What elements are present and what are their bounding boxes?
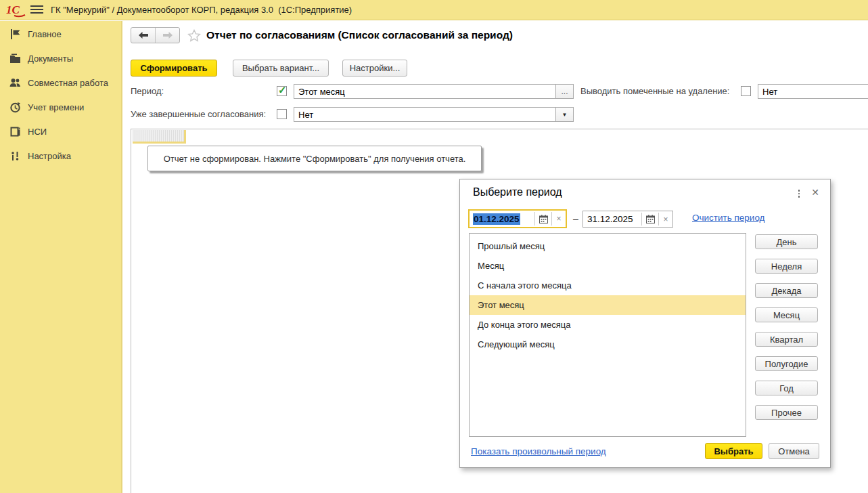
calendar-icon	[539, 215, 548, 223]
period-day-button[interactable]: День	[755, 234, 818, 249]
back-arrow-icon	[139, 32, 148, 39]
report-tab-accent-bottom	[133, 142, 186, 144]
sidebar-item-settings[interactable]: Настройка	[0, 144, 121, 168]
period-year-button[interactable]: Год	[755, 381, 818, 395]
back-button[interactable]	[131, 28, 156, 43]
clear-period-link[interactable]: Очистить период	[692, 213, 764, 223]
period-halfyear-button[interactable]: Полугодие	[755, 356, 818, 371]
page-title: Отчет по согласованиям (Список согласова…	[206, 27, 513, 43]
report-message: Отчет не сформирован. Нажмите "Сформиров…	[147, 146, 482, 171]
date-to-input[interactable]: 31.12.2025	[583, 211, 641, 227]
sidebar: Главное Документы Совместная работа Учет…	[0, 21, 122, 493]
cancel-button[interactable]: Отмена	[769, 443, 819, 459]
report-area-border-top	[131, 129, 868, 129]
window-title: ГК "Меркурий" / Документооборот КОРП, ре…	[51, 0, 352, 20]
completed-label: Уже завершенные согласования:	[131, 107, 266, 122]
dialog-title: Выберите период	[473, 186, 562, 198]
period-options-list: Прошлый месяц Месяц С начала этого месяц…	[469, 233, 746, 437]
date-from-clear-icon[interactable]: ×	[552, 211, 566, 227]
sidebar-item-label: Главное	[28, 29, 62, 39]
date-to-clear-icon[interactable]: ×	[659, 211, 672, 227]
flag-icon	[9, 28, 21, 40]
sliders-icon	[9, 150, 21, 162]
sidebar-item-time-tracking[interactable]: Учет времени	[0, 95, 121, 119]
period-week-button[interactable]: Неделя	[755, 259, 818, 274]
folder-icon	[9, 53, 21, 64]
period-checkbox[interactable]: ✓	[277, 86, 287, 96]
list-item[interactable]: До конца этого месяца	[470, 315, 746, 335]
forward-arrow-icon	[163, 32, 173, 39]
sidebar-item-label: Настройка	[28, 151, 71, 161]
select-button[interactable]: Выбрать	[705, 443, 762, 459]
settings-button[interactable]: Настройки...	[342, 60, 407, 77]
completed-input[interactable]: Нет	[294, 107, 556, 122]
sidebar-item-main[interactable]: Главное	[0, 22, 121, 46]
people-icon	[9, 77, 21, 89]
period-input[interactable]: Этот месяц	[294, 84, 556, 99]
period-more-button[interactable]: ...	[555, 84, 574, 99]
sidebar-item-label: НСИ	[28, 127, 47, 137]
period-label: Период:	[131, 84, 164, 99]
sidebar-item-label: Документы	[28, 53, 73, 64]
show-custom-period-link[interactable]: Показать произвольный период	[471, 446, 606, 456]
list-item-selected[interactable]: Этот месяц	[470, 295, 746, 315]
date-range-dash: –	[569, 209, 583, 228]
generate-button[interactable]: Сформировать	[131, 60, 217, 77]
list-item[interactable]: Месяц	[470, 256, 746, 276]
show-deleted-checkbox[interactable]	[741, 86, 751, 96]
sidebar-item-label: Учет времени	[28, 102, 84, 112]
clock-icon	[9, 102, 21, 113]
main-menu-icon[interactable]	[30, 5, 43, 15]
title-bar: 1С ГК "Меркурий" / Документооборот КОРП,…	[0, 0, 868, 20]
forward-button[interactable]	[156, 28, 179, 43]
date-from-field: 01.12.2025 ×	[468, 209, 567, 228]
app-window: 1С ГК "Меркурий" / Документооборот КОРП,…	[0, 0, 868, 493]
date-from-value: 01.12.2025	[473, 213, 520, 225]
report-area-border-left	[131, 129, 131, 493]
choose-variant-button[interactable]: Выбрать вариант...	[233, 60, 329, 77]
1c-logo-icon: 1С	[6, 3, 26, 18]
sidebar-item-documents[interactable]: Документы	[0, 46, 121, 70]
period-quarter-button[interactable]: Квартал	[755, 332, 818, 347]
sidebar-item-label: Совместная работа	[28, 78, 108, 88]
check-icon: ✓	[278, 84, 287, 96]
show-deleted-label: Выводить помеченные на удаление:	[580, 84, 729, 99]
completed-checkbox[interactable]	[277, 109, 287, 119]
period-decade-button[interactable]: Декада	[755, 283, 818, 298]
date-to-field: 31.12.2025 ×	[583, 211, 673, 228]
date-from-calendar-button[interactable]	[535, 211, 551, 227]
dialog-menu-icon[interactable]	[794, 188, 804, 200]
period-month-button[interactable]: Месяц	[755, 307, 818, 322]
period-dialog: Выберите период ✕ 01.12.2025 × – 31.12.2…	[459, 179, 831, 468]
list-item[interactable]: Следующий месяц	[470, 335, 746, 354]
list-item[interactable]: С начала этого месяца	[470, 276, 746, 295]
sidebar-item-nsi[interactable]: НСИ	[0, 119, 121, 144]
report-tab-accent-right	[184, 130, 186, 142]
chevron-down-icon: ▼	[562, 112, 568, 118]
date-to-calendar-button[interactable]	[642, 211, 658, 227]
calendar-icon	[646, 215, 655, 223]
report-tab[interactable]	[133, 130, 184, 142]
show-deleted-input[interactable]: Нет	[758, 84, 868, 99]
book-icon	[9, 126, 21, 137]
sidebar-item-collaboration[interactable]: Совместная работа	[0, 70, 121, 95]
date-from-input[interactable]: 01.12.2025	[470, 211, 534, 227]
completed-dropdown-button[interactable]: ▼	[555, 107, 574, 122]
period-other-button[interactable]: Прочее	[755, 405, 818, 420]
favorite-star-icon[interactable]	[187, 29, 201, 43]
dialog-close-icon[interactable]: ✕	[809, 186, 821, 198]
list-item[interactable]: Прошлый месяц	[470, 236, 746, 256]
svg-text:1С: 1С	[6, 3, 20, 16]
nav-history-group	[131, 27, 180, 43]
